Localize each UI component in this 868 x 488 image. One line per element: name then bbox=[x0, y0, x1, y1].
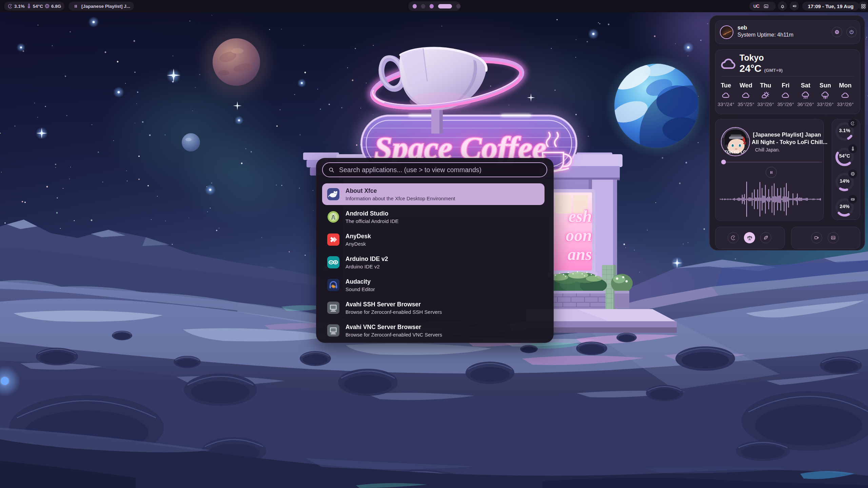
svg-text:oon: oon bbox=[566, 226, 592, 245]
svg-text:TOKYO LO: TOKYO LO bbox=[724, 150, 746, 155]
svg-text:esh: esh bbox=[569, 207, 592, 226]
svg-text:ans: ans bbox=[568, 245, 592, 264]
